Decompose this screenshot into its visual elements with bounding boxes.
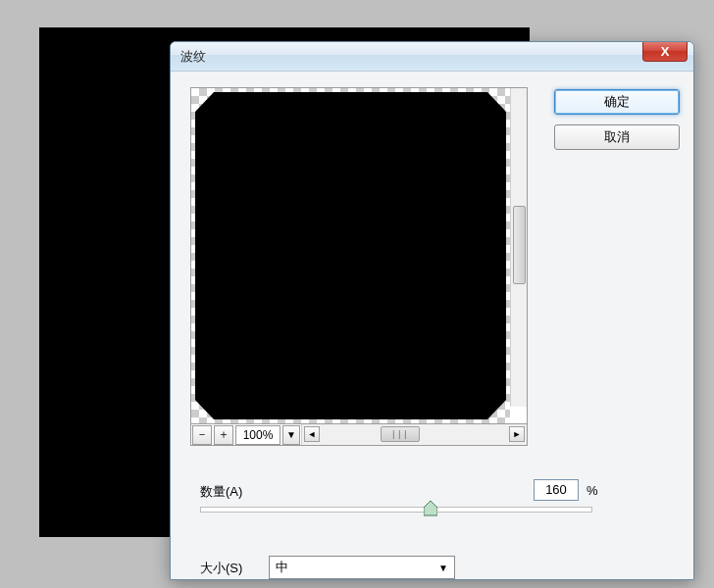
size-selected-value: 中 [276, 559, 288, 576]
scroll-left-button[interactable]: ◄ [304, 426, 320, 442]
zoom-value: 100% [235, 425, 280, 445]
ripple-dialog: 波纹 X 确定 取消 － ＋ 100% ▼ [170, 41, 694, 580]
close-icon: X [661, 44, 670, 59]
zoom-dropdown-button[interactable]: ▼ [282, 425, 300, 445]
zoom-in-button[interactable]: ＋ [214, 425, 233, 445]
preview-area [190, 87, 528, 424]
close-button[interactable]: X [642, 42, 688, 62]
zoom-controls: － ＋ 100% ▼ [191, 424, 301, 445]
zoom-out-button[interactable]: － [192, 425, 212, 445]
vertical-scroll-thumb[interactable] [513, 206, 526, 284]
preview-content [195, 92, 506, 419]
amount-label: 数量(A) [200, 483, 242, 501]
amount-suffix: % [586, 483, 598, 498]
preview-vertical-scrollbar[interactable] [510, 88, 527, 407]
amount-slider-thumb[interactable] [424, 501, 437, 516]
horizontal-scroll-thumb[interactable]: ∣∣∣ [381, 426, 420, 442]
preview-horizontal-scrollbar[interactable]: ◄ ∣∣∣ ► [301, 424, 527, 445]
amount-slider-track[interactable] [200, 507, 592, 513]
svg-marker-0 [424, 501, 437, 515]
size-label: 大小(S) [200, 560, 242, 577]
dialog-titlebar[interactable]: 波纹 X [171, 42, 693, 72]
amount-input[interactable]: 160 [534, 479, 579, 501]
scroll-right-button[interactable]: ► [509, 426, 525, 442]
size-select[interactable]: 中 ▼ [269, 556, 455, 579]
dialog-title: 波纹 [180, 48, 206, 66]
dialog-body: 确定 取消 － ＋ 100% ▼ ◄ ∣∣∣ ► [171, 72, 693, 579]
chevron-down-icon: ▼ [286, 429, 296, 440]
ok-button[interactable]: 确定 [554, 89, 680, 115]
chevron-down-icon: ▼ [438, 563, 448, 573]
preview-canvas[interactable] [191, 88, 510, 423]
preview-toolbar: － ＋ 100% ▼ ◄ ∣∣∣ ► [190, 424, 528, 446]
cancel-button[interactable]: 取消 [554, 124, 680, 150]
